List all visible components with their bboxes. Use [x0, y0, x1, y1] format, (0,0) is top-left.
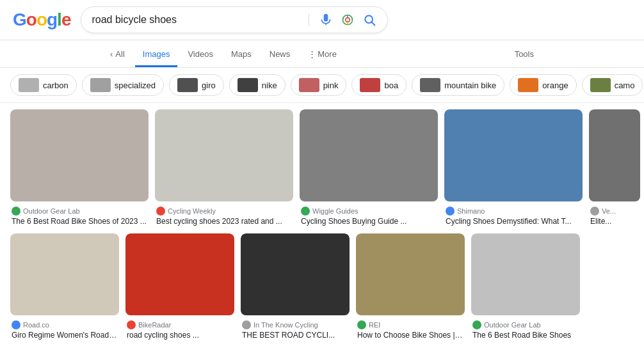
- nav-bar: ‹ All Images Videos Maps News ⋮ More Too…: [0, 40, 644, 68]
- filter-label-carbon: carbon: [43, 81, 68, 90]
- source-name-r2c5: Outdoor Gear Lab: [484, 321, 541, 329]
- image-card-r1c4[interactable]: ShimanoCycling Shoes Demystified: What T…: [444, 109, 583, 228]
- filter-label-pink: pink: [323, 81, 339, 90]
- nav-images-label: Images: [143, 49, 170, 59]
- filter-thumb-pink: [299, 78, 319, 92]
- filter-thumb-mountain_bike: [420, 78, 440, 92]
- image-thumbnail-r2c5: [471, 233, 580, 315]
- source-favicon-r2c5: [472, 320, 481, 329]
- source-favicon-r1c2: [156, 207, 165, 216]
- image-caption-r1c3: Wiggle GuidesCycling Shoes Buying Guide …: [300, 201, 438, 228]
- image-title-r2c5: The 6 Best Road Bike Shoes: [472, 331, 579, 340]
- image-source-r2c1: Road.co: [12, 320, 118, 329]
- filter-bar: carbonspecializedgironikepinkboamountain…: [0, 68, 644, 103]
- image-card-r1c5[interactable]: Ve...Elite...: [589, 109, 640, 228]
- image-title-r1c2: Best cycling shoes 2023 rated and ...: [156, 217, 292, 226]
- nav-images[interactable]: Images: [135, 43, 178, 67]
- image-row-2: Road.coGiro Regime Women's Road Cyclin..…: [10, 233, 634, 342]
- google-logo[interactable]: Google: [13, 10, 70, 30]
- image-thumbnail-r1c1: [10, 109, 149, 201]
- filter-label-camo: camo: [615, 81, 635, 90]
- filter-pill-carbon[interactable]: carbon: [10, 74, 77, 96]
- filter-pill-orange[interactable]: orange: [510, 74, 576, 96]
- image-caption-r2c3: In The Know CyclingTHE BEST ROAD CYCLI..…: [241, 315, 350, 342]
- image-thumbnail-r1c5: [589, 109, 640, 201]
- back-arrow-icon: ‹: [110, 49, 113, 59]
- filter-label-giro: giro: [202, 81, 216, 90]
- image-source-r1c1: Outdoor Gear Lab: [12, 207, 147, 216]
- image-title-r2c4: How to Choose Bike Shoes | REI Expert ..…: [357, 331, 463, 340]
- source-favicon-r1c3: [301, 207, 310, 216]
- nav-maps-label: Maps: [231, 49, 252, 59]
- nav-all[interactable]: ‹ All: [102, 43, 133, 67]
- image-caption-r1c2: Cycling WeeklyBest cycling shoes 2023 ra…: [155, 201, 293, 228]
- source-name-r2c3: In The Know Cycling: [254, 321, 318, 329]
- nav-more-label: More: [318, 49, 337, 59]
- image-caption-r2c1: Road.coGiro Regime Women's Road Cyclin..…: [10, 315, 119, 342]
- source-favicon-r1c1: [12, 207, 20, 216]
- image-card-r1c1[interactable]: Outdoor Gear LabThe 6 Best Road Bike Sho…: [10, 109, 149, 228]
- image-source-r2c4: REI: [357, 320, 463, 329]
- image-card-r2c2[interactable]: BikeRadarroad cycling shoes ...: [125, 233, 234, 342]
- source-name-r1c5: Ve...: [602, 207, 616, 215]
- source-name-r2c1: Road.co: [23, 321, 49, 329]
- lens-button[interactable]: [340, 12, 355, 28]
- source-name-r1c3: Wiggle Guides: [312, 207, 358, 215]
- image-caption-r2c2: BikeRadarroad cycling shoes ...: [125, 315, 234, 342]
- source-favicon-r1c4: [446, 207, 455, 216]
- image-source-r1c4: Shimano: [446, 207, 581, 216]
- mic-icon: [319, 13, 332, 26]
- search-button[interactable]: [362, 12, 377, 28]
- filter-thumb-specialized: [90, 78, 111, 92]
- search-input[interactable]: [92, 14, 300, 26]
- filter-pill-boa[interactable]: boa: [351, 74, 407, 96]
- header: Google: [0, 0, 644, 40]
- filter-pill-pink[interactable]: pink: [291, 74, 347, 96]
- nav-videos[interactable]: Videos: [180, 43, 221, 67]
- source-name-r1c1: Outdoor Gear Lab: [23, 207, 80, 215]
- nav-videos-label: Videos: [188, 49, 213, 59]
- source-favicon-r2c2: [127, 320, 136, 329]
- image-card-r2c4[interactable]: REIHow to Choose Bike Shoes | REI Expert…: [356, 233, 465, 342]
- image-thumbnail-r2c1: [10, 233, 119, 315]
- filter-pill-mountain_bike[interactable]: mountain bike: [412, 74, 504, 96]
- image-card-r2c5[interactable]: Outdoor Gear LabThe 6 Best Road Bike Sho…: [471, 233, 580, 342]
- source-favicon-r2c1: [12, 320, 20, 329]
- image-title-r2c3: THE BEST ROAD CYCLI...: [242, 331, 348, 340]
- svg-point-1: [346, 18, 350, 22]
- nav-news-label: News: [270, 49, 291, 59]
- image-source-r2c2: BikeRadar: [127, 320, 233, 329]
- nav-more[interactable]: ⋮ More: [300, 43, 344, 67]
- image-card-r1c2[interactable]: Cycling WeeklyBest cycling shoes 2023 ra…: [155, 109, 293, 228]
- filter-thumb-giro: [177, 78, 198, 92]
- image-caption-r1c4: ShimanoCycling Shoes Demystified: What T…: [444, 201, 583, 228]
- image-thumbnail-r1c4: [444, 109, 583, 201]
- image-card-r1c3[interactable]: Wiggle GuidesCycling Shoes Buying Guide …: [300, 109, 438, 228]
- nav-tools-label: Tools: [515, 49, 534, 59]
- image-thumbnail-r2c4: [356, 233, 465, 315]
- image-caption-r2c4: REIHow to Choose Bike Shoes | REI Expert…: [356, 315, 465, 342]
- search-magnifier-icon: [363, 13, 376, 26]
- filter-thumb-camo: [590, 78, 611, 92]
- nav-news[interactable]: News: [262, 43, 298, 67]
- filter-pill-specialized[interactable]: specialized: [82, 74, 164, 96]
- divider: [309, 13, 309, 26]
- image-card-r2c1[interactable]: Road.coGiro Regime Women's Road Cyclin..…: [10, 233, 119, 342]
- filter-pill-giro[interactable]: giro: [169, 74, 224, 96]
- nav-tools[interactable]: Tools: [507, 43, 542, 67]
- source-name-r1c4: Shimano: [457, 207, 485, 215]
- nav-all-label: All: [115, 49, 124, 59]
- filter-thumb-boa: [360, 78, 380, 92]
- search-icons: [318, 12, 377, 28]
- search-bar: [81, 6, 388, 33]
- image-card-r2c3[interactable]: In The Know CyclingTHE BEST ROAD CYCLI..…: [241, 233, 350, 342]
- image-thumbnail-r1c2: [155, 109, 293, 201]
- image-source-r2c3: In The Know Cycling: [242, 320, 348, 329]
- filter-pill-camo[interactable]: camo: [582, 74, 643, 96]
- image-caption-r1c1: Outdoor Gear LabThe 6 Best Road Bike Sho…: [10, 201, 149, 228]
- mic-button[interactable]: [318, 12, 334, 28]
- filter-pill-nike[interactable]: nike: [229, 74, 286, 96]
- nav-maps[interactable]: Maps: [223, 43, 259, 67]
- image-caption-r2c5: Outdoor Gear LabThe 6 Best Road Bike Sho…: [471, 315, 580, 342]
- image-title-r2c1: Giro Regime Women's Road Cyclin...: [12, 331, 118, 340]
